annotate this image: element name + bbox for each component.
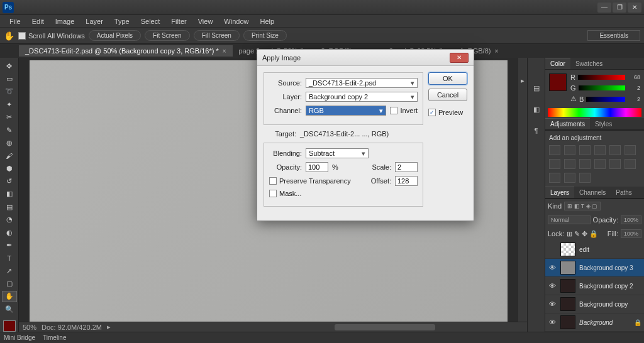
visibility-icon[interactable]: 👁 <box>548 318 557 326</box>
crop-tool-icon[interactable]: ✂ <box>2 112 17 123</box>
scale-input[interactable] <box>395 162 418 172</box>
move-tool-icon[interactable]: ✥ <box>2 60 17 72</box>
history-panel-icon[interactable]: ▤ <box>530 83 543 93</box>
tab-paths[interactable]: Paths <box>611 187 637 198</box>
bw-icon[interactable] <box>549 159 560 169</box>
levels-icon[interactable] <box>564 145 575 155</box>
foreground-swatch[interactable] <box>3 320 16 332</box>
source-select[interactable]: _DSC4713-Edit-2.psd <box>306 78 418 88</box>
preview-checkbox[interactable]: ✓ <box>428 109 436 116</box>
layer-row[interactable]: edit <box>545 241 644 259</box>
mask-checkbox[interactable] <box>269 190 277 197</box>
tab-color[interactable]: Color <box>545 58 570 69</box>
selective-color-icon[interactable] <box>579 173 591 183</box>
invert-icon[interactable] <box>609 159 621 169</box>
r-slider[interactable] <box>578 75 625 80</box>
zoom-level[interactable]: 50% <box>23 324 36 331</box>
threshold-icon[interactable] <box>549 173 560 183</box>
exposure-icon[interactable] <box>594 145 606 155</box>
menu-layer[interactable]: Layer <box>80 16 109 26</box>
shape-tool-icon[interactable]: ▢ <box>2 278 17 289</box>
channel-select[interactable]: RGB <box>306 106 386 116</box>
lock-icons[interactable]: ⊞ ✎ ✥ 🔒 <box>567 230 598 238</box>
print-size-button[interactable]: Print Size <box>243 30 287 41</box>
visibility-icon[interactable]: 👁 <box>548 300 557 308</box>
g-slider[interactable] <box>579 85 625 90</box>
layer-name[interactable]: Background copy 2 <box>579 283 641 290</box>
timeline-tab[interactable]: Timeline <box>43 334 66 341</box>
zoom-tool-icon[interactable]: 🔍 <box>2 303 17 315</box>
menu-file[interactable]: File <box>4 16 26 26</box>
hue-icon[interactable] <box>625 145 636 155</box>
channel-mixer-icon[interactable] <box>579 159 591 169</box>
vibrance-icon[interactable] <box>609 145 621 155</box>
eraser-tool-icon[interactable]: ◧ <box>2 188 17 200</box>
type-tool-icon[interactable]: T <box>2 253 17 264</box>
lasso-tool-icon[interactable]: ➰ <box>2 86 17 97</box>
opacity-input[interactable] <box>306 162 328 172</box>
doc-tab-1[interactable]: _DSC4713-Edit-2.psd @ 50% (Background co… <box>19 45 233 57</box>
gradient-tool-icon[interactable]: ▤ <box>2 201 17 212</box>
brightness-icon[interactable] <box>549 145 560 155</box>
wand-tool-icon[interactable]: ✦ <box>2 99 17 110</box>
color-ramp[interactable] <box>548 108 641 117</box>
fill-value[interactable]: 100% <box>621 229 641 238</box>
eyedropper-tool-icon[interactable]: ✎ <box>2 124 17 136</box>
menu-filter[interactable]: Filter <box>165 16 192 26</box>
fill-screen-button[interactable]: Fill Screen <box>194 30 240 41</box>
actual-pixels-button[interactable]: Actual Pixels <box>89 30 141 41</box>
layer-name[interactable]: Background copy <box>579 301 641 308</box>
layer-name[interactable]: Background <box>579 319 630 326</box>
maximize-button[interactable]: ❐ <box>613 3 626 13</box>
blur-tool-icon[interactable]: ◔ <box>2 214 17 226</box>
layer-select[interactable]: Background copy 2 <box>306 92 418 102</box>
tab-swatches[interactable]: Swatches <box>570 58 608 69</box>
dodge-tool-icon[interactable]: ◐ <box>2 227 17 238</box>
menu-edit[interactable]: Edit <box>26 16 50 26</box>
menu-type[interactable]: Type <box>109 16 135 26</box>
h-scrollbar[interactable] <box>335 324 435 330</box>
pen-tool-icon[interactable]: ✒ <box>2 239 17 251</box>
blending-select[interactable]: Subtract <box>306 148 369 158</box>
expand-arrow-icon[interactable]: ▸ <box>521 77 525 85</box>
layer-name[interactable]: edit <box>579 246 641 253</box>
layer-name[interactable]: Background copy 3 <box>579 264 641 271</box>
properties-panel-icon[interactable]: ◧ <box>530 104 543 114</box>
layer-row[interactable]: 👁Background copy 2 <box>545 277 644 295</box>
layer-row[interactable]: 👁Background copy 3 <box>545 259 644 277</box>
heal-tool-icon[interactable]: ◍ <box>2 137 17 148</box>
menu-image[interactable]: Image <box>50 16 80 26</box>
workspace-selector[interactable]: Essentials <box>587 30 640 41</box>
b-slider[interactable] <box>586 97 625 102</box>
photo-filter-icon[interactable] <box>564 159 575 169</box>
tab-layers[interactable]: Layers <box>545 187 574 198</box>
dialog-title-bar[interactable]: Apply Image ✕ <box>257 50 474 66</box>
ok-button[interactable]: OK <box>428 72 467 85</box>
close-icon[interactable]: × <box>223 48 226 55</box>
visibility-icon[interactable]: 👁 <box>548 282 557 290</box>
dialog-close-button[interactable]: ✕ <box>450 53 469 63</box>
stamp-tool-icon[interactable]: ⬢ <box>2 163 17 174</box>
history-brush-tool-icon[interactable]: ↺ <box>2 175 17 187</box>
menu-select[interactable]: Select <box>135 16 166 26</box>
visibility-icon[interactable]: 👁 <box>548 264 557 271</box>
close-window-button[interactable]: ✕ <box>628 3 641 13</box>
minimize-button[interactable]: — <box>597 3 611 13</box>
hand-tool-icon[interactable]: ✋ <box>2 291 17 302</box>
curves-icon[interactable] <box>579 145 591 155</box>
marquee-tool-icon[interactable]: ▭ <box>2 73 17 84</box>
posterize-icon[interactable] <box>625 159 636 169</box>
opacity-value[interactable]: 100% <box>621 215 641 224</box>
invert-checkbox[interactable] <box>390 107 397 114</box>
layer-row[interactable]: 👁Background copy <box>545 295 644 313</box>
preserve-checkbox[interactable] <box>269 177 277 185</box>
brush-tool-icon[interactable]: 🖌 <box>2 150 17 161</box>
tab-styles[interactable]: Styles <box>590 119 617 129</box>
tab-channels[interactable]: Channels <box>574 187 611 198</box>
play-icon[interactable]: ▸ <box>107 323 111 331</box>
cancel-button[interactable]: Cancel <box>428 89 467 101</box>
mini-bridge-tab[interactable]: Mini Bridge <box>4 334 35 341</box>
fit-screen-button[interactable]: Fit Screen <box>145 30 190 41</box>
layer-row[interactable]: 👁Background🔒 <box>545 313 644 332</box>
path-tool-icon[interactable]: ↗ <box>2 265 17 276</box>
